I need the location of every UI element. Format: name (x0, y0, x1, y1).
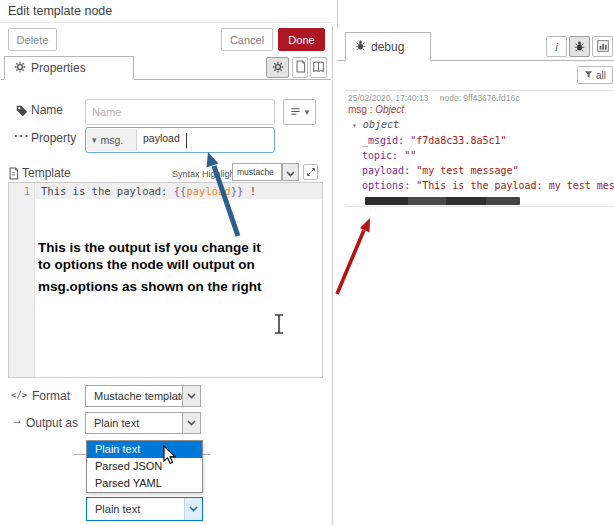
sidebar-top-edge (337, 0, 338, 28)
chevron-down-icon (286, 163, 295, 181)
property-prefix: msg. (101, 134, 124, 146)
expand-icon (306, 163, 316, 181)
debug-message-header: msg : Object (348, 104, 404, 115)
debug-message-bottom-border (345, 206, 614, 207)
gear-icon (14, 61, 26, 76)
code-icon: </> (11, 390, 27, 400)
cancel-button[interactable]: Cancel (221, 28, 273, 51)
book-icon (312, 59, 325, 77)
tab-properties[interactable]: Properties (4, 56, 134, 80)
code-brace-open: {{ (174, 185, 187, 197)
node-properties-button[interactable] (266, 57, 289, 78)
debug-prop-row: topic: "" (362, 150, 416, 161)
debug-timestamp: 25/02/2020, 17:40:13 (348, 93, 428, 103)
dropdown-option-parsed-json[interactable]: Parsed JSON (87, 458, 202, 475)
output-type-dropdown-list[interactable]: Plain text Parsed JSON Parsed YAML (86, 440, 203, 493)
name-label: Name (31, 103, 63, 117)
debug-prop-key: options: (362, 180, 410, 191)
ellipsis-icon: ··· (14, 128, 30, 143)
expand-editor-button[interactable] (303, 164, 318, 180)
debug-prop-value: "f7da8c33.8a5c1" (410, 135, 506, 146)
caret-down-icon: ▾ (305, 107, 310, 117)
property-value[interactable]: payload (143, 132, 180, 144)
debug-message-top-border (345, 90, 614, 91)
caret-down-icon: ▾ (92, 135, 97, 145)
tag-icon (16, 103, 28, 121)
dropdown-option-plain-text[interactable]: Plain text (87, 441, 202, 458)
debug-node-id: node: 9ff43676.fd16c (440, 93, 520, 103)
dialog-title: Edit template node (8, 4, 112, 18)
format-select[interactable]: Mustache template (85, 385, 201, 407)
debug-filter-label: all (596, 70, 606, 81)
format-select-value: Mustache template (94, 390, 187, 402)
name-input[interactable] (85, 99, 275, 125)
template-label: Template (22, 166, 71, 180)
property-type-chip[interactable]: ▾ msg. (87, 129, 137, 151)
annotation-line-1: This is the output isf you change it (38, 239, 323, 256)
output-as-select-value: Plain text (94, 417, 139, 429)
debug-prop-value: "my test message" (416, 165, 518, 176)
chevron-down-icon (184, 498, 202, 520)
help-button[interactable] (310, 57, 327, 78)
bug-icon (574, 38, 585, 56)
document-icon (295, 59, 306, 77)
tab-debug-label: debug (371, 40, 404, 54)
debug-prop-row: _msgid: "f7da8c33.8a5c1" (362, 135, 507, 146)
property-label: Property (31, 131, 76, 145)
debug-prop-row: options: "This is the payload: my test m… (362, 180, 614, 191)
debug-msg-type: Object (375, 104, 404, 115)
description-button[interactable] (292, 57, 308, 78)
annotation-line-3: msg.options as shown on the right (38, 278, 323, 295)
dropdown-option-parsed-yaml[interactable]: Parsed YAML (87, 475, 202, 492)
debug-prop-key: _msgid: (362, 135, 404, 146)
highlight-underline-annotation (365, 197, 520, 205)
bug-icon (355, 39, 366, 54)
output-type-select-focused[interactable]: Plain text (86, 497, 203, 521)
debug-msg-label: msg : (348, 104, 375, 115)
done-button[interactable]: Done (278, 28, 325, 51)
debug-messages-button[interactable] (569, 36, 590, 57)
red-arrow-annotation (337, 218, 370, 294)
screenshot-root: Edit template node Delete Cancel Done Pr… (0, 0, 614, 525)
output-as-select[interactable]: Plain text (85, 412, 201, 434)
panel-divider (332, 26, 333, 525)
text-cursor (186, 133, 187, 148)
dashboard-button[interactable] (592, 36, 613, 57)
annotation-line-2: to options the node will output on (38, 256, 323, 273)
debug-prop-key: payload: (362, 165, 410, 176)
editor-gutter: 1 (9, 183, 35, 377)
tab-debug[interactable]: debug (345, 32, 431, 61)
debug-tree-root[interactable]: ▾ object (352, 119, 399, 130)
caret-down-icon: ▾ (352, 121, 357, 130)
node-info-button[interactable]: i (546, 36, 567, 57)
debug-prop-row: payload: "my test message" (362, 165, 519, 176)
delete-button[interactable]: Delete (8, 28, 57, 51)
code-text: This is the payload: (41, 185, 174, 197)
output-as-label: Output as (26, 416, 78, 430)
code-text-after: ! (243, 185, 256, 197)
editor-code-line[interactable]: This is the payload: {{payload}} ! (41, 185, 256, 197)
name-icon-picker-button[interactable]: ▾ (283, 99, 316, 125)
format-label: Format (32, 389, 70, 403)
lines-icon (290, 103, 301, 121)
gear-icon (272, 59, 284, 77)
code-variable: payload (186, 185, 230, 197)
debug-filter-button[interactable]: all (577, 66, 613, 84)
chevron-down-icon (182, 413, 200, 433)
debug-prop-value: "This is the payload: my test message !" (416, 180, 614, 191)
debug-message-meta: 25/02/2020, 17:40:13 node: 9ff43676.fd16… (348, 93, 519, 103)
debug-prop-value: "" (404, 150, 416, 161)
debug-prop-key: topic: (362, 150, 398, 161)
property-typed-input[interactable]: ▾ msg. payload (85, 127, 275, 153)
header-divider (0, 22, 331, 23)
arrow-right-icon: → (11, 413, 23, 427)
code-brace-close: }} (231, 185, 244, 197)
syntax-highlight-label: Syntax Highlight (172, 169, 237, 179)
editor-line-number: 1 (24, 185, 30, 197)
bar-chart-icon (597, 38, 609, 56)
output-type-select-value: Plain text (95, 503, 140, 515)
tab-properties-label: Properties (31, 61, 86, 75)
syntax-select-chevron-button[interactable] (282, 163, 299, 181)
syntax-highlight-select[interactable]: mustache (232, 163, 282, 181)
debug-tree-root-label: object (363, 119, 399, 130)
